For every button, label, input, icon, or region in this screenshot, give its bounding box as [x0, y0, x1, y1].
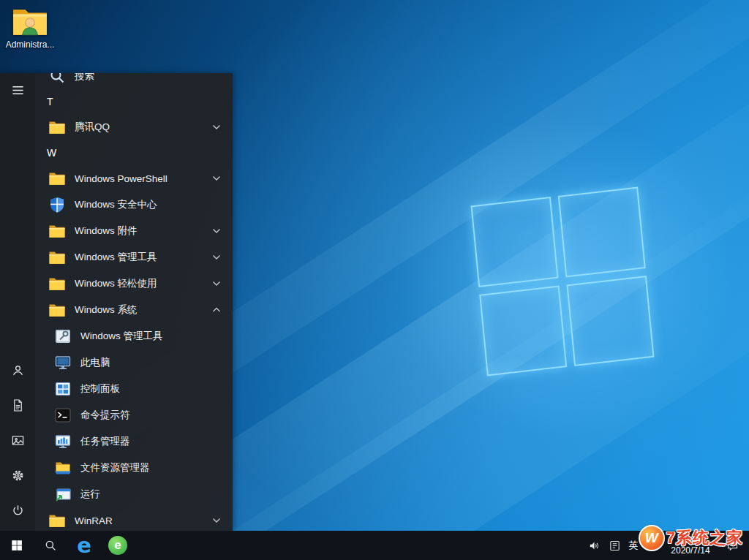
- desktop-icon-label: Administra...: [3, 39, 57, 50]
- green-browser-button[interactable]: e: [101, 531, 135, 560]
- shield-icon: [48, 196, 66, 213]
- hamburger-icon: [11, 83, 25, 97]
- start-rail-documents-button[interactable]: [0, 387, 35, 423]
- folder-icon: [48, 512, 66, 529]
- taskbar: e e 英 1:08 2020/7/14: [0, 531, 749, 560]
- document-icon: [11, 398, 25, 412]
- start-menu-item-windows-admin-tools-group[interactable]: Windows 管理工具: [35, 244, 233, 270]
- power-icon: [11, 504, 25, 518]
- admin-tools-icon: [54, 328, 72, 345]
- start-menu-section-t[interactable]: T: [35, 89, 233, 114]
- this-pc-icon: [54, 354, 72, 371]
- chevron-down-icon[interactable]: [212, 254, 221, 260]
- green-browser-icon: e: [108, 536, 127, 555]
- command-prompt-icon: [54, 406, 72, 424]
- folder-icon: [48, 170, 66, 187]
- start-rail-pictures-button[interactable]: [0, 423, 35, 458]
- edge-browser-button[interactable]: e: [67, 531, 101, 560]
- start-rail-user-account-button[interactable]: [0, 352, 35, 387]
- start-menu-item-run[interactable]: 运行: [35, 481, 233, 507]
- windows-start-icon: [10, 539, 23, 552]
- volume-icon[interactable]: [584, 531, 604, 560]
- start-menu-item-winrar[interactable]: WinRAR: [35, 507, 233, 531]
- start-menu-item-file-explorer[interactable]: 文件资源管理器: [35, 455, 233, 481]
- pictures-icon: [11, 434, 25, 447]
- start-rail-power-button[interactable]: [0, 493, 35, 528]
- start-menu-item-windows-ease-of-access[interactable]: Windows 轻松使用: [35, 270, 233, 297]
- folder-icon: [48, 249, 66, 266]
- control-panel-icon: [54, 380, 72, 398]
- run-icon: [54, 485, 72, 503]
- start-menu-item-this-pc[interactable]: 此电脑: [35, 349, 233, 376]
- chevron-down-icon[interactable]: [212, 124, 221, 130]
- search-icon: [44, 539, 57, 552]
- task-manager-icon: [54, 433, 72, 450]
- start-menu-item-windows-accessories[interactable]: Windows 附件: [35, 218, 233, 244]
- watermark-logo-icon: W: [639, 525, 665, 551]
- chevron-up-icon[interactable]: [212, 307, 221, 313]
- start-menu-item-command-prompt[interactable]: 命令提示符: [35, 402, 233, 428]
- file-explorer-icon: [54, 459, 72, 477]
- start-menu-app-list: 搜索T腾讯QQWWindows PowerShellWindows 安全中心Wi…: [35, 73, 233, 531]
- start-menu-section-w[interactable]: W: [35, 140, 233, 165]
- user-folder-icon: [3, 6, 57, 38]
- chevron-down-icon[interactable]: [212, 228, 221, 234]
- folder-icon: [48, 118, 66, 136]
- start-menu-item-control-panel[interactable]: 控制面板: [35, 376, 233, 402]
- edge-icon: e: [77, 535, 91, 556]
- search-icon: [48, 73, 66, 85]
- chevron-down-icon[interactable]: [212, 518, 221, 523]
- ime-badge-icon[interactable]: [604, 531, 625, 560]
- start-menu-item-search-app[interactable]: 搜索: [35, 73, 233, 89]
- start-menu-item-windows-system[interactable]: Windows 系统: [35, 297, 233, 323]
- start-menu: 搜索T腾讯QQWWindows PowerShellWindows 安全中心Wi…: [0, 73, 233, 531]
- gear-icon: [11, 469, 25, 483]
- win7-zhijia-watermark: W 7系统之家: [639, 525, 743, 551]
- taskbar-search-button[interactable]: [34, 531, 67, 560]
- watermark-text: 7系统之家: [666, 527, 743, 549]
- start-menu-rail: [0, 73, 35, 531]
- start-rail-menu-button[interactable]: [0, 73, 35, 107]
- folder-icon: [48, 222, 66, 240]
- chevron-down-icon[interactable]: [212, 175, 221, 181]
- start-button[interactable]: [0, 531, 34, 560]
- folder-icon: [48, 275, 66, 292]
- start-menu-item-task-manager[interactable]: 任务管理器: [35, 428, 233, 455]
- windows-desktop: Administra... 搜索T腾讯QQWWindows PowerShell…: [0, 0, 749, 560]
- chevron-down-icon[interactable]: [212, 281, 221, 287]
- start-menu-item-tencent-qq[interactable]: 腾讯QQ: [35, 114, 233, 140]
- user-icon: [11, 363, 25, 377]
- start-rail-settings-button[interactable]: [0, 458, 35, 493]
- start-menu-item-windows-powershell[interactable]: Windows PowerShell: [35, 165, 233, 192]
- folder-icon: [48, 301, 66, 319]
- start-menu-item-windows-security-center[interactable]: Windows 安全中心: [35, 192, 233, 218]
- start-menu-item-admin-tools[interactable]: Windows 管理工具: [35, 323, 233, 349]
- desktop-icon-administrator[interactable]: Administra...: [3, 6, 57, 50]
